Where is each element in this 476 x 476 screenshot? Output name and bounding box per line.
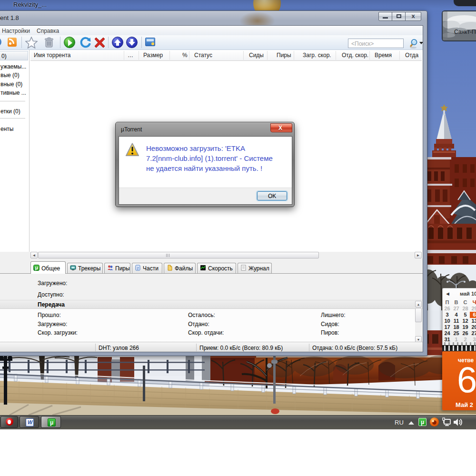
- svg-text:2: 2: [137, 266, 139, 270]
